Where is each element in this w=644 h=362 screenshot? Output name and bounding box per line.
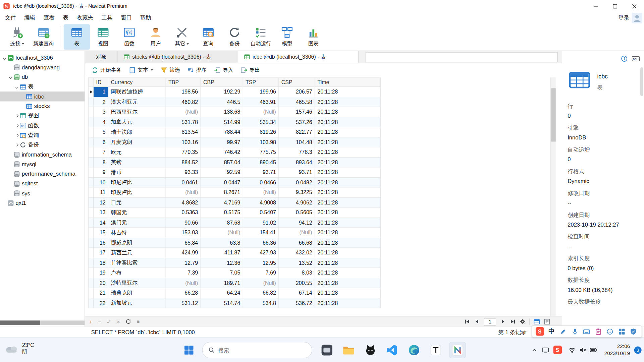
grid-vertical-scrollbar[interactable] (550, 77, 556, 316)
toolbar-button-view[interactable]: 视图 (90, 24, 116, 50)
sogou-logo-icon[interactable]: S (534, 326, 546, 337)
tree-item[interactable]: icbc (0, 92, 85, 102)
cell-id[interactable]: 2 (94, 97, 108, 107)
cell-csp[interactable]: 893.64 (279, 158, 315, 168)
toolbox-grid-icon[interactable] (616, 326, 628, 337)
first-page-icon[interactable] (464, 318, 470, 324)
cell-id[interactable]: 8 (94, 158, 108, 168)
cell-time[interactable]: 20:11:28 (315, 198, 381, 208)
scrollbar-thumb[interactable] (0, 320, 40, 325)
cell-csp[interactable]: 4.9062 (279, 198, 315, 208)
row-indicator[interactable] (88, 117, 94, 127)
cell-csp[interactable]: 0.0482 (279, 178, 315, 188)
cell-time[interactable]: 20:11:28 (315, 288, 381, 298)
tree-item[interactable]: performance_schema (0, 169, 85, 179)
minimize-button[interactable] (586, 0, 605, 12)
cell-tbp[interactable]: 770.35 (166, 147, 201, 158)
expand-arrow-icon[interactable] (15, 143, 18, 146)
cell-csp[interactable]: 432.02 (279, 248, 315, 258)
cell-currency[interactable]: 印度卢比 (108, 188, 166, 198)
cell-csp[interactable]: 104.48 (279, 137, 315, 147)
cell-tbp[interactable]: 460.82 (166, 97, 201, 107)
row-indicator[interactable] (88, 178, 94, 188)
cell-time[interactable]: 20:11:28 (315, 298, 381, 308)
cell-csp[interactable]: 93.71 (279, 168, 315, 178)
expand-arrow-icon[interactable] (15, 133, 18, 137)
tree-item[interactable]: qxt1 (0, 198, 85, 208)
login-button[interactable]: 登录 (618, 14, 629, 22)
row-indicator[interactable] (88, 228, 94, 238)
close-button[interactable] (625, 0, 644, 12)
menu-item[interactable]: 收藏夹 (72, 12, 97, 23)
tray-expand-icon[interactable] (531, 347, 538, 353)
next-page-icon[interactable] (500, 318, 506, 324)
previous-page-icon[interactable] (474, 318, 480, 324)
tree-item[interactable]: 视图 (0, 111, 85, 121)
toolbar-button-charts[interactable]: 图表 (300, 24, 326, 50)
menu-item[interactable]: 表 (59, 12, 72, 23)
cell-csp[interactable]: 67.14 (279, 288, 315, 298)
form-view-icon[interactable] (544, 318, 550, 325)
ddl-icon[interactable]: DDL (632, 55, 640, 62)
info-icon[interactable] (621, 55, 628, 62)
stop-icon[interactable]: ■ (137, 319, 140, 324)
column-header-id[interactable]: ID (94, 77, 108, 87)
cell-cbp[interactable]: 63.8 (201, 238, 243, 248)
cell-csp[interactable]: (Null) (279, 228, 315, 238)
search-input[interactable] (218, 347, 292, 353)
cell-csp[interactable]: 0.5605 (279, 208, 315, 218)
cell-time[interactable]: 20:11:28 (315, 178, 381, 188)
cell-csp[interactable]: 206.57 (279, 87, 315, 97)
cell-tbp[interactable]: (Null) (166, 188, 201, 198)
cell-currency[interactable]: 沙特里亚尔 (108, 278, 166, 288)
cell-cbp[interactable]: 8.2671 (201, 188, 243, 198)
tree-item[interactable]: information_schema (0, 150, 85, 160)
column-header-time[interactable]: Time (315, 77, 381, 87)
punctuation-icon[interactable] (557, 326, 569, 337)
cell-id[interactable]: 5 (94, 127, 108, 137)
row-indicator[interactable] (88, 198, 94, 208)
menu-item[interactable]: 窗口 (117, 12, 136, 23)
tab-objects[interactable]: 对象 (85, 51, 118, 63)
collapse-arrow-icon[interactable] (9, 75, 12, 79)
row-indicator[interactable] (88, 168, 94, 178)
cell-csp[interactable]: 157.46 (279, 107, 315, 117)
cell-id[interactable]: 14 (94, 218, 108, 228)
table-toolbar-export[interactable]: 导出 (237, 65, 263, 75)
cell-currency[interactable]: 新西兰元 (108, 248, 166, 258)
toolbar-button-table[interactable]: 表 (64, 24, 90, 50)
cell-tbp[interactable]: 424.99 (166, 248, 201, 258)
cell-currency[interactable]: 英镑 (108, 158, 166, 168)
cell-currency[interactable]: 日元 (108, 198, 166, 208)
cell-id[interactable]: 12 (94, 198, 108, 208)
cell-tsp[interactable]: 535.34 (243, 117, 279, 127)
cell-tsp[interactable]: 199.96 (243, 87, 279, 97)
cell-cbp[interactable]: 0.0447 (201, 178, 243, 188)
expand-arrow-icon[interactable] (15, 114, 18, 118)
cell-time[interactable]: 20:11:28 (315, 278, 381, 288)
cell-currency[interactable]: 加拿大元 (108, 117, 166, 127)
last-page-icon[interactable] (510, 318, 516, 324)
cell-tsp[interactable]: 819.26 (243, 127, 279, 137)
cell-csp[interactable]: 465.58 (279, 97, 315, 107)
row-indicator[interactable] (88, 238, 94, 248)
cell-time[interactable]: 20:11:28 (315, 268, 381, 278)
delete-record-icon[interactable]: − (98, 319, 101, 324)
cell-currency[interactable]: 丹麦克朗 (108, 137, 166, 147)
add-record-icon[interactable]: + (89, 319, 93, 324)
notification-badge[interactable]: 3 (634, 346, 642, 354)
cell-tbp[interactable]: 0.5363 (166, 208, 201, 218)
cell-time[interactable]: 20:11:28 (315, 228, 381, 238)
cell-csp[interactable]: 94.12 (279, 218, 315, 228)
cell-tsp[interactable]: 427.93 (243, 248, 279, 258)
cell-cbp[interactable]: 92.59 (201, 168, 243, 178)
tree-item[interactable]: fx函数 (0, 121, 85, 130)
column-header-currency[interactable]: Currency (108, 77, 166, 87)
cell-tbp[interactable]: (Null) (166, 107, 201, 117)
toolbar-button-automation[interactable]: 自动运行 (248, 24, 274, 50)
cell-csp[interactable]: 9.3225 (279, 188, 315, 198)
cell-currency[interactable]: 印尼卢比 (108, 178, 166, 188)
cell-currency[interactable]: 澳大利亚元 (108, 97, 166, 107)
taskbar-app-vscode[interactable] (384, 342, 400, 358)
tree-item[interactable]: localhost_3306 (0, 53, 85, 63)
